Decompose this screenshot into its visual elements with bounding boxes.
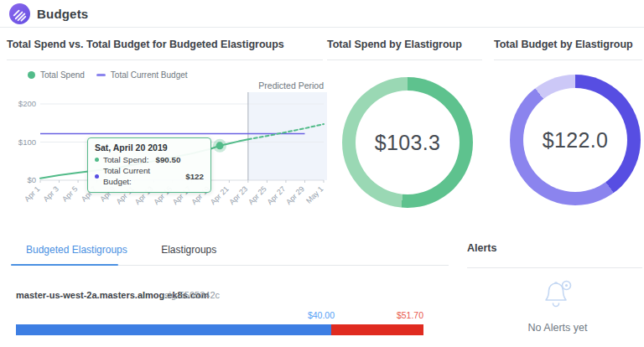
legend-total-spend: Total Spend [28, 70, 85, 80]
legend-label: Total Current Budget [111, 70, 188, 80]
svg-text:Apr 21: Apr 21 [209, 184, 231, 206]
spend-amount-label: $51.70 [397, 310, 423, 320]
line-chart-title: Total Spend vs. Total Budget for Budgete… [7, 39, 284, 50]
total-spend-donut-chart[interactable]: $103.3 [342, 77, 473, 208]
elastigroups-tabs: Budgeted Elastigroups Elastigroups [11, 241, 231, 256]
budget-amount-label: $40.00 [308, 310, 335, 320]
svg-text:Apr 29: Apr 29 [284, 184, 306, 206]
tab-budgeted-elastigroups[interactable]: Budgeted Elastigroups [11, 244, 143, 256]
tooltip-spend-row: Total Spend: $90.50 [95, 154, 204, 165]
svg-text:Apr 25: Apr 25 [247, 184, 268, 206]
legend-total-current-budget: Total Current Budget [96, 70, 188, 80]
svg-text:Apr 5: Apr 5 [60, 184, 79, 203]
legend-label: Total Spend [40, 70, 85, 80]
no-alerts-bell-icon [538, 277, 577, 316]
tooltip-budget-row: Total Current Budget: $122 [95, 165, 204, 187]
svg-text:Apr 27: Apr 27 [266, 184, 288, 206]
budgets-page: Budgets Total Spend vs. Total Budget for… [0, 0, 644, 347]
tooltip-spend-value: $90.50 [155, 154, 180, 165]
alerts-title: Alerts [467, 242, 496, 254]
tooltip-date: Sat, April 20 2019 [95, 142, 204, 153]
spotinst-logo-icon [9, 3, 30, 24]
green-bullet-icon [95, 158, 99, 162]
budget-donut-title: Total Budget by Elastigroup [494, 39, 633, 50]
total-budget-value: $122.0 [543, 128, 608, 153]
purple-dash-icon [96, 74, 106, 76]
chart-legend: Total Spend Total Current Budget [28, 70, 188, 80]
no-alerts-text: No Alerts yet [470, 322, 644, 334]
divider [327, 60, 482, 60]
ytick-200: $200 [18, 99, 36, 108]
overspend-bar-segment [331, 324, 423, 335]
tooltip-spend-label: Total Spend: [103, 154, 148, 165]
svg-text:Apr 3: Apr 3 [42, 184, 60, 203]
tooltip-budget-label: Total Current Budget: [103, 165, 179, 187]
svg-text:May 1: May 1 [304, 184, 325, 205]
spend-donut-title: Total Spend by Elastigroup [327, 39, 462, 50]
total-budget-donut-chart[interactable]: $122.0 [510, 75, 641, 205]
budget-vs-spend-bar [16, 324, 423, 335]
tooltip-budget-value: $122 [185, 171, 204, 182]
ytick-0: $0 [27, 175, 36, 184]
divider [494, 60, 642, 60]
elastigroup-sig-id: sig-5505342c [164, 290, 220, 300]
ytick-100: $100 [18, 137, 36, 147]
budget-bar-segment [16, 324, 331, 335]
chart-tooltip: Sat, April 20 2019 Total Spend: $90.50 T… [87, 137, 211, 193]
donut-hole: $103.3 [356, 91, 460, 194]
hover-point[interactable] [216, 142, 224, 149]
page-title: Budgets [37, 7, 88, 21]
svg-text:Apr 1: Apr 1 [23, 184, 41, 203]
purple-bullet-icon [95, 174, 99, 179]
svg-text:Apr 23: Apr 23 [227, 184, 249, 206]
predicted-region [248, 92, 327, 180]
green-dot-icon [28, 71, 35, 79]
donut-hole: $122.0 [523, 88, 627, 192]
divider [7, 60, 323, 60]
total-spend-value: $103.3 [375, 131, 440, 155]
tab-elastigroups[interactable]: Elastigroups [146, 244, 231, 256]
app-header: Budgets [0, 0, 644, 28]
divider [467, 267, 642, 268]
active-tab-indicator [11, 264, 118, 267]
